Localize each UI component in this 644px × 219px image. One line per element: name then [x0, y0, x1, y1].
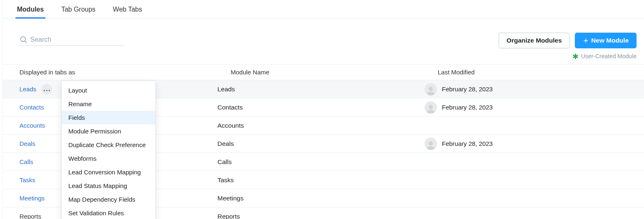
cell-module-name: Calls	[217, 158, 425, 166]
date-text: February 28, 2023	[442, 104, 493, 111]
menu-item-lead-status-mapping[interactable]: Lead Status Mapping	[62, 179, 155, 193]
svg-point-8	[429, 105, 433, 109]
more-horizontal-icon	[43, 86, 50, 93]
cell-module-name: Tasks	[217, 176, 425, 184]
col-last-modified: Last Modified	[438, 69, 644, 76]
avatar	[425, 83, 437, 95]
cell-last-modified: February 28, 2023	[425, 83, 644, 95]
module-link[interactable]: Tasks	[19, 176, 35, 183]
col-displayed: Displayed in tabs as	[19, 69, 231, 76]
cell-last-modified: February 28, 2023	[425, 101, 644, 114]
menu-item-layout[interactable]: Layout	[62, 83, 155, 97]
svg-point-5	[46, 90, 47, 91]
module-link[interactable]: Leads	[19, 86, 36, 93]
svg-point-4	[43, 90, 45, 91]
cell-module-name: Deals	[217, 140, 425, 148]
avatar	[425, 138, 437, 150]
module-link: Reports	[19, 213, 41, 219]
date-text: February 28, 2023	[442, 86, 493, 93]
avatar	[425, 101, 437, 114]
menu-item-fields[interactable]: Fields	[62, 111, 155, 124]
module-link[interactable]: Deals	[19, 140, 35, 147]
cell-module-name: Reports	[217, 213, 425, 219]
menu-item-module-permission[interactable]: Module Permission	[62, 124, 155, 138]
top-tabs: ModulesTab GroupsWeb Tabs	[3, 0, 644, 19]
cell-module-name: Meetings	[217, 195, 425, 202]
col-module-name: Module Name	[231, 69, 438, 76]
plus-icon	[583, 38, 589, 44]
menu-item-map-dependency-fields[interactable]: Map Dependency Fields	[62, 193, 155, 206]
page-container: ModulesTab GroupsWeb Tabs Organize Modul…	[2, 0, 644, 219]
menu-item-rename[interactable]: Rename	[62, 97, 155, 111]
new-module-label: New Module	[591, 37, 629, 44]
cell-last-modified: February 28, 2023	[425, 138, 644, 150]
more-actions-button[interactable]	[41, 84, 52, 95]
svg-point-7	[429, 87, 433, 91]
module-link[interactable]: Accounts	[19, 122, 45, 129]
menu-item-lead-conversion-mapping[interactable]: Lead Conversion Mapping	[62, 165, 155, 179]
menu-item-webforms[interactable]: Webforms	[62, 152, 155, 165]
new-module-button[interactable]: New Module	[575, 33, 637, 48]
table-header: Displayed in tabs as Module Name Last Mo…	[3, 64, 644, 80]
legend: ✱ User-Created Module	[3, 52, 644, 64]
svg-point-9	[429, 141, 433, 145]
svg-point-0	[21, 36, 26, 41]
search-icon	[19, 36, 28, 44]
action-buttons: Organize Modules New Module	[499, 33, 637, 48]
tab-tab-groups[interactable]: Tab Groups	[60, 0, 96, 18]
module-link[interactable]: Meetings	[19, 195, 45, 202]
module-link[interactable]: Contacts	[19, 104, 44, 111]
svg-point-6	[48, 90, 50, 91]
cell-module-name: Contacts	[217, 104, 425, 111]
tab-modules[interactable]: Modules	[16, 0, 45, 18]
row-context-menu: LayoutRenameFieldsModule PermissionDupli…	[61, 81, 156, 219]
search-input[interactable]	[30, 36, 124, 43]
search-field[interactable]	[19, 36, 124, 46]
menu-item-duplicate-check-preference[interactable]: Duplicate Check Preference	[62, 138, 155, 152]
cell-module-name: Leads	[217, 86, 425, 93]
cell-module-name: Accounts	[217, 122, 425, 129]
module-link[interactable]: Calls	[19, 158, 33, 165]
organize-modules-button[interactable]: Organize Modules	[499, 33, 570, 48]
toolbar: Organize Modules New Module	[3, 19, 644, 52]
star-icon: ✱	[572, 53, 579, 60]
tab-web-tabs[interactable]: Web Tabs	[112, 0, 143, 18]
svg-line-1	[25, 41, 27, 43]
menu-item-set-validation-rules[interactable]: Set Validation Rules	[62, 206, 155, 219]
legend-text: User-Created Module	[581, 53, 637, 60]
date-text: February 28, 2023	[442, 140, 493, 147]
